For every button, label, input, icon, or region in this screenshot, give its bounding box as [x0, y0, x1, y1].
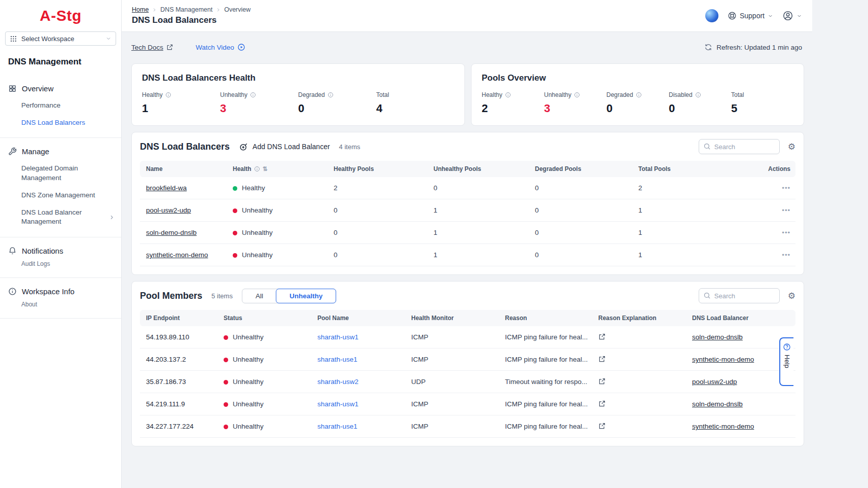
tab-all[interactable]: All	[242, 289, 276, 303]
health-dot-icon	[233, 231, 237, 235]
col-ip-endpoint: IP Endpoint	[140, 315, 224, 322]
stat-row: Healthy 1 Unhealthy 3 Degraded 0 Total 4	[142, 91, 454, 115]
support-menu[interactable]: Support	[728, 11, 773, 20]
watch-video-link[interactable]: Watch Video	[196, 43, 245, 51]
row-actions-more-icon[interactable]: •••	[782, 251, 790, 259]
tech-docs-link[interactable]: Tech Docs	[131, 44, 173, 51]
grid-squares-icon	[8, 84, 17, 93]
workspace-selector[interactable]: Select Workspace	[5, 31, 116, 46]
sidebar-group-workspace-info: Workspace Info About	[0, 277, 121, 319]
health-status: Healthy	[242, 184, 265, 192]
card-title: DNS Load Balancers Health	[142, 73, 454, 83]
external-link-icon[interactable]	[598, 400, 606, 407]
dns-lb-link[interactable]: synthetic-mon-demo	[692, 356, 754, 363]
info-icon[interactable]	[250, 92, 256, 98]
dns-lb-link[interactable]: soln-demo-dnslb	[692, 400, 743, 408]
row-actions-more-icon[interactable]: •••	[782, 229, 790, 236]
dns-lb-link[interactable]: soln-demo-dnslb	[692, 333, 743, 341]
support-label: Support	[740, 12, 765, 20]
sidebar-group-workspace-info-header[interactable]: Workspace Info	[0, 283, 121, 300]
table-settings-gear-icon[interactable]: ⚙	[788, 292, 795, 300]
col-pool-name: Pool Name	[317, 315, 411, 322]
lifebuoy-icon	[728, 11, 737, 20]
info-icon[interactable]	[165, 92, 171, 98]
bell-icon	[8, 247, 17, 255]
sidebar-nav: Overview Performance DNS Load Balancers …	[0, 75, 121, 319]
total-pools-value: 2	[638, 184, 725, 192]
search-input[interactable]	[699, 139, 780, 154]
sidebar-item-dns-load-balancer-management[interactable]: DNS Load Balancer Management	[0, 204, 121, 230]
add-dns-load-balancer-button[interactable]: Add DNS Load Balancer	[239, 142, 330, 152]
info-icon[interactable]	[695, 92, 701, 98]
breadcrumb-home[interactable]: Home	[132, 6, 149, 13]
chevron-right-icon	[215, 7, 221, 13]
pool-name-link[interactable]: sharath-usw1	[317, 400, 358, 408]
healthy-pools-value: 0	[334, 206, 433, 214]
info-icon[interactable]	[328, 92, 334, 98]
sidebar-item-performance[interactable]: Performance	[0, 97, 121, 114]
info-circle-icon	[8, 287, 17, 296]
info-icon[interactable]	[574, 92, 580, 98]
tenant-avatar[interactable]	[705, 9, 718, 22]
dns-lb-link[interactable]: pool-usw2-udp	[692, 378, 737, 386]
help-tab[interactable]: Help	[779, 337, 793, 386]
dns-lb-link[interactable]: synthetic-mon-demo	[692, 423, 754, 430]
table-header-row: IP Endpoint Status Pool Name Health Moni…	[140, 310, 795, 326]
external-link-icon[interactable]	[598, 377, 606, 385]
card-title: Pools Overview	[482, 73, 793, 83]
question-circle-icon	[783, 343, 791, 351]
stat-value: 5	[731, 102, 793, 115]
sidebar-item-audit-logs[interactable]: Audit Logs	[0, 259, 121, 271]
lb-name-link[interactable]: pool-usw2-udp	[146, 206, 191, 214]
sidebar-item-dns-zone-management[interactable]: DNS Zone Management	[0, 187, 121, 204]
sidebar-group-manage-header[interactable]: Manage	[0, 143, 121, 160]
stat-unhealthy: Unhealthy 3	[544, 91, 606, 115]
lb-name-link[interactable]: synthetic-mon-demo	[146, 251, 208, 259]
pool-name-link[interactable]: sharath-use1	[317, 356, 357, 363]
wrench-icon	[8, 147, 17, 156]
health-monitor: UDP	[411, 378, 505, 386]
breadcrumb-section[interactable]: DNS Management	[160, 6, 212, 13]
info-icon[interactable]	[636, 92, 642, 98]
refresh-label: Refresh: Updated 1 min ago	[716, 44, 802, 51]
search-input[interactable]	[699, 288, 780, 303]
external-link-icon[interactable]	[598, 422, 606, 430]
health-monitor: ICMP	[411, 400, 505, 408]
unhealthy-pools-value: 1	[433, 229, 535, 236]
col-reason-explanation: Reason Explanation	[598, 315, 692, 322]
sidebar-item-delegated-domain-management[interactable]: Delegated Domain Management	[0, 160, 121, 186]
sidebar-group-overview-header[interactable]: Overview	[0, 80, 121, 97]
external-link-icon[interactable]	[598, 355, 606, 363]
row-actions-more-icon[interactable]: •••	[782, 184, 790, 192]
sidebar-group-notifications-header[interactable]: Notifications	[0, 242, 121, 259]
table-controls: ⚙	[699, 288, 795, 303]
status-text: Unhealthy	[233, 423, 264, 430]
col-degraded-pools: Degraded Pools	[535, 165, 638, 172]
sidebar-item-dns-load-balancers[interactable]: DNS Load Balancers	[0, 114, 121, 131]
stat-label: Unhealthy	[220, 91, 247, 98]
lb-name-link[interactable]: brookfield-wa	[146, 184, 187, 192]
col-status: Status	[224, 315, 317, 322]
pool-name-link[interactable]: sharath-usw2	[317, 378, 358, 386]
add-load-balancer-icon	[239, 142, 248, 152]
info-icon[interactable]	[254, 166, 260, 172]
sort-icon[interactable]: ⇅	[263, 165, 268, 172]
refresh-button[interactable]: Refresh: Updated 1 min ago	[704, 43, 802, 51]
status-dot-icon	[224, 402, 228, 407]
reason-text: ICMP ping failure for heal...	[505, 423, 598, 430]
table-settings-gear-icon[interactable]: ⚙	[788, 143, 795, 151]
external-link-icon[interactable]	[598, 333, 606, 340]
stat-label: Degraded	[298, 91, 325, 98]
table-title: DNS Load Balancers	[140, 142, 230, 152]
pool-name-link[interactable]: sharath-use1	[317, 423, 357, 430]
sidebar-item-about[interactable]: About	[0, 300, 121, 312]
info-icon[interactable]	[505, 92, 511, 98]
col-health-monitor: Health Monitor	[411, 315, 505, 322]
brand-logo[interactable]: A-Stg	[0, 0, 121, 29]
account-menu[interactable]	[782, 10, 802, 21]
tab-unhealthy[interactable]: Unhealthy	[276, 289, 336, 303]
lb-name-link[interactable]: soln-demo-dnslb	[146, 229, 197, 236]
row-actions-more-icon[interactable]: •••	[782, 206, 790, 214]
chevron-right-icon	[108, 214, 115, 221]
pool-name-link[interactable]: sharath-usw1	[317, 333, 358, 341]
